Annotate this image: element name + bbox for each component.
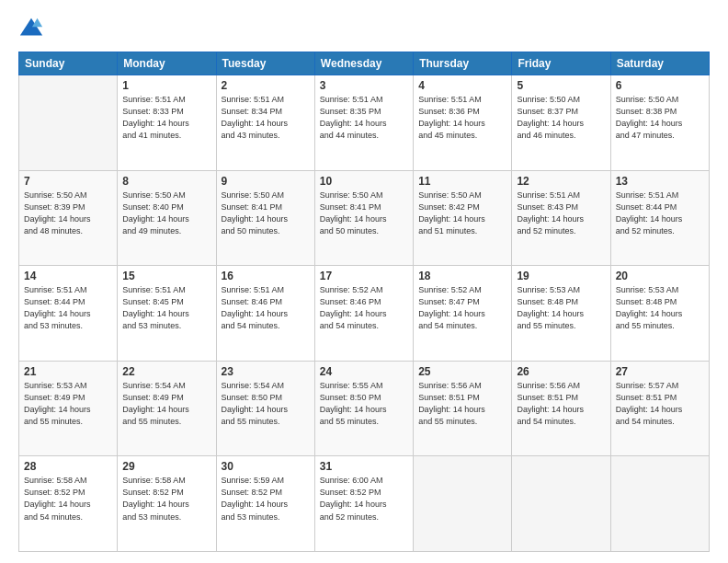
weekday-header-monday: Monday <box>118 52 216 75</box>
svg-marker-0 <box>20 18 42 36</box>
weekday-header-thursday: Thursday <box>414 52 512 75</box>
calendar-cell: 21Sunrise: 5:53 AMSunset: 8:49 PMDayligh… <box>19 361 118 456</box>
day-info: Sunrise: 5:51 AMSunset: 8:46 PMDaylight:… <box>222 284 310 332</box>
day-info: Sunrise: 5:56 AMSunset: 8:51 PMDaylight:… <box>517 380 605 428</box>
day-number: 13 <box>616 175 704 188</box>
day-info: Sunrise: 5:52 AMSunset: 8:47 PMDaylight:… <box>418 284 506 332</box>
calendar-table: SundayMondayTuesdayWednesdayThursdayFrid… <box>18 52 710 552</box>
day-number: 24 <box>320 365 408 378</box>
day-info: Sunrise: 5:58 AMSunset: 8:52 PMDaylight:… <box>122 475 210 523</box>
day-info: Sunrise: 5:53 AMSunset: 8:49 PMDaylight:… <box>24 380 112 428</box>
calendar-cell: 4Sunrise: 5:51 AMSunset: 8:36 PMDaylight… <box>414 75 512 171</box>
day-number: 28 <box>24 460 112 473</box>
day-info: Sunrise: 6:00 AMSunset: 8:52 PMDaylight:… <box>320 475 408 523</box>
day-info: Sunrise: 5:51 AMSunset: 8:34 PMDaylight:… <box>222 94 310 142</box>
week-row-5: 28Sunrise: 5:58 AMSunset: 8:52 PMDayligh… <box>19 456 710 552</box>
day-number: 17 <box>320 270 408 282</box>
day-number: 30 <box>222 460 310 473</box>
calendar-cell <box>19 75 118 171</box>
day-info: Sunrise: 5:52 AMSunset: 8:46 PMDaylight:… <box>320 284 408 332</box>
calendar-cell: 29Sunrise: 5:58 AMSunset: 8:52 PMDayligh… <box>118 456 216 552</box>
day-info: Sunrise: 5:50 AMSunset: 8:41 PMDaylight:… <box>222 190 310 237</box>
calendar-cell: 27Sunrise: 5:57 AMSunset: 8:51 PMDayligh… <box>610 361 709 456</box>
day-number: 26 <box>517 365 605 378</box>
day-number: 19 <box>517 270 605 282</box>
week-row-4: 21Sunrise: 5:53 AMSunset: 8:49 PMDayligh… <box>19 361 710 456</box>
calendar-cell: 10Sunrise: 5:50 AMSunset: 8:41 PMDayligh… <box>314 170 413 266</box>
day-info: Sunrise: 5:51 AMSunset: 8:36 PMDaylight:… <box>418 94 506 142</box>
calendar-cell: 3Sunrise: 5:51 AMSunset: 8:35 PMDaylight… <box>314 75 413 171</box>
week-row-2: 7Sunrise: 5:50 AMSunset: 8:39 PMDaylight… <box>19 170 710 266</box>
day-number: 2 <box>222 79 310 92</box>
day-number: 5 <box>517 79 605 92</box>
day-info: Sunrise: 5:50 AMSunset: 8:41 PMDaylight:… <box>320 190 408 237</box>
calendar-cell: 17Sunrise: 5:52 AMSunset: 8:46 PMDayligh… <box>314 266 413 362</box>
calendar-cell: 9Sunrise: 5:50 AMSunset: 8:41 PMDaylight… <box>216 170 314 266</box>
calendar-cell: 18Sunrise: 5:52 AMSunset: 8:47 PMDayligh… <box>414 266 512 362</box>
calendar-cell: 1Sunrise: 5:51 AMSunset: 8:33 PMDaylight… <box>118 75 216 171</box>
day-number: 31 <box>320 460 408 473</box>
calendar-cell <box>414 456 512 552</box>
calendar-cell: 15Sunrise: 5:51 AMSunset: 8:45 PMDayligh… <box>118 266 216 362</box>
day-info: Sunrise: 5:50 AMSunset: 8:39 PMDaylight:… <box>24 190 112 237</box>
calendar-cell: 5Sunrise: 5:50 AMSunset: 8:37 PMDaylight… <box>512 75 610 171</box>
day-info: Sunrise: 5:51 AMSunset: 8:44 PMDaylight:… <box>24 284 112 332</box>
day-number: 1 <box>122 79 210 92</box>
day-number: 6 <box>616 79 704 92</box>
day-info: Sunrise: 5:58 AMSunset: 8:52 PMDaylight:… <box>24 475 112 523</box>
header <box>18 17 710 42</box>
day-info: Sunrise: 5:53 AMSunset: 8:48 PMDaylight:… <box>517 284 605 332</box>
day-info: Sunrise: 5:56 AMSunset: 8:51 PMDaylight:… <box>418 380 506 428</box>
weekday-header-friday: Friday <box>512 52 610 75</box>
day-number: 15 <box>122 270 210 282</box>
day-number: 10 <box>320 175 408 188</box>
logo-icon <box>18 17 44 42</box>
calendar-cell: 20Sunrise: 5:53 AMSunset: 8:48 PMDayligh… <box>610 266 709 362</box>
calendar-cell: 6Sunrise: 5:50 AMSunset: 8:38 PMDaylight… <box>610 75 709 171</box>
day-info: Sunrise: 5:55 AMSunset: 8:50 PMDaylight:… <box>320 380 408 428</box>
day-info: Sunrise: 5:51 AMSunset: 8:43 PMDaylight:… <box>517 190 605 237</box>
day-info: Sunrise: 5:50 AMSunset: 8:40 PMDaylight:… <box>122 190 210 237</box>
day-info: Sunrise: 5:50 AMSunset: 8:37 PMDaylight:… <box>517 94 605 142</box>
day-info: Sunrise: 5:51 AMSunset: 8:45 PMDaylight:… <box>122 284 210 332</box>
weekday-header-wednesday: Wednesday <box>314 52 413 75</box>
day-info: Sunrise: 5:50 AMSunset: 8:42 PMDaylight:… <box>418 190 506 237</box>
day-info: Sunrise: 5:51 AMSunset: 8:35 PMDaylight:… <box>320 94 408 142</box>
calendar-cell: 14Sunrise: 5:51 AMSunset: 8:44 PMDayligh… <box>19 266 118 362</box>
calendar-cell: 22Sunrise: 5:54 AMSunset: 8:49 PMDayligh… <box>118 361 216 456</box>
day-number: 23 <box>222 365 310 378</box>
day-number: 22 <box>122 365 210 378</box>
page: SundayMondayTuesdayWednesdayThursdayFrid… <box>0 0 728 563</box>
calendar-cell: 16Sunrise: 5:51 AMSunset: 8:46 PMDayligh… <box>216 266 314 362</box>
calendar-cell: 24Sunrise: 5:55 AMSunset: 8:50 PMDayligh… <box>314 361 413 456</box>
calendar-cell: 31Sunrise: 6:00 AMSunset: 8:52 PMDayligh… <box>314 456 413 552</box>
calendar-cell: 23Sunrise: 5:54 AMSunset: 8:50 PMDayligh… <box>216 361 314 456</box>
day-number: 9 <box>222 175 310 188</box>
weekday-header-sunday: Sunday <box>19 52 118 75</box>
calendar-cell: 13Sunrise: 5:51 AMSunset: 8:44 PMDayligh… <box>610 170 709 266</box>
day-number: 7 <box>24 175 112 188</box>
day-number: 4 <box>418 79 506 92</box>
logo <box>18 17 47 42</box>
day-number: 29 <box>122 460 210 473</box>
calendar-cell: 19Sunrise: 5:53 AMSunset: 8:48 PMDayligh… <box>512 266 610 362</box>
week-row-1: 1Sunrise: 5:51 AMSunset: 8:33 PMDaylight… <box>19 75 710 171</box>
calendar-cell: 2Sunrise: 5:51 AMSunset: 8:34 PMDaylight… <box>216 75 314 171</box>
calendar-cell: 8Sunrise: 5:50 AMSunset: 8:40 PMDaylight… <box>118 170 216 266</box>
calendar-cell: 11Sunrise: 5:50 AMSunset: 8:42 PMDayligh… <box>414 170 512 266</box>
day-info: Sunrise: 5:51 AMSunset: 8:33 PMDaylight:… <box>122 94 210 142</box>
day-number: 3 <box>320 79 408 92</box>
week-row-3: 14Sunrise: 5:51 AMSunset: 8:44 PMDayligh… <box>19 266 710 362</box>
day-info: Sunrise: 5:51 AMSunset: 8:44 PMDaylight:… <box>616 190 704 237</box>
day-info: Sunrise: 5:54 AMSunset: 8:50 PMDaylight:… <box>222 380 310 428</box>
day-info: Sunrise: 5:57 AMSunset: 8:51 PMDaylight:… <box>616 380 704 428</box>
day-number: 11 <box>418 175 506 188</box>
calendar-cell <box>512 456 610 552</box>
calendar-cell: 26Sunrise: 5:56 AMSunset: 8:51 PMDayligh… <box>512 361 610 456</box>
weekday-header-row: SundayMondayTuesdayWednesdayThursdayFrid… <box>19 52 710 75</box>
calendar-cell: 30Sunrise: 5:59 AMSunset: 8:52 PMDayligh… <box>216 456 314 552</box>
calendar-cell: 7Sunrise: 5:50 AMSunset: 8:39 PMDaylight… <box>19 170 118 266</box>
weekday-header-saturday: Saturday <box>610 52 709 75</box>
day-info: Sunrise: 5:50 AMSunset: 8:38 PMDaylight:… <box>616 94 704 142</box>
day-info: Sunrise: 5:54 AMSunset: 8:49 PMDaylight:… <box>122 380 210 428</box>
